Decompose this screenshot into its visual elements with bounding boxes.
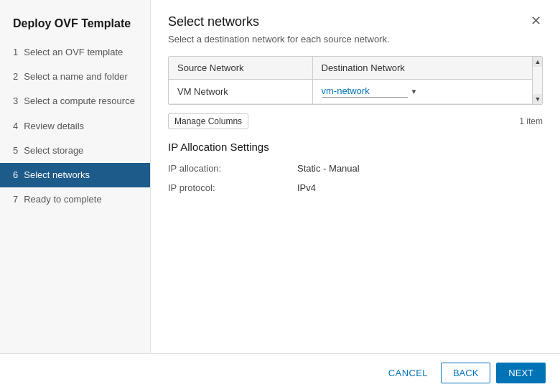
- scroll-up-icon[interactable]: ▲: [533, 57, 543, 67]
- step-num-6: 6: [13, 169, 18, 182]
- table-row: VM Network vm-network ▼: [169, 80, 542, 104]
- step-label-7: Ready to complete: [24, 193, 101, 206]
- ip-allocation-label: IP allocation:: [168, 163, 297, 174]
- close-button[interactable]: ✕: [529, 14, 543, 27]
- items-count: 1 item: [519, 116, 543, 126]
- step-num-7: 7: [13, 193, 18, 206]
- step-num-4: 4: [13, 120, 18, 133]
- sidebar-item-7[interactable]: 7 Ready to complete: [0, 187, 150, 212]
- scroll-down-icon[interactable]: ▼: [533, 94, 543, 104]
- table-footer: Manage Columns 1 item: [168, 111, 543, 135]
- col-destination-header: Destination Network: [312, 57, 542, 80]
- step-num-3: 3: [13, 95, 18, 108]
- step-num-5: 5: [13, 144, 18, 157]
- destination-value: vm-network: [322, 85, 408, 98]
- col-source-header: Source Network: [169, 57, 312, 80]
- ip-section-title: IP Allocation Settings: [168, 141, 543, 153]
- sidebar-item-2[interactable]: 2 Select a name and folder: [0, 65, 150, 89]
- deploy-ovf-dialog: Deploy OVF Template 1 Select an OVF temp…: [0, 0, 560, 392]
- main-content: Select networks ✕ Select a destination n…: [151, 0, 560, 353]
- page-title: Select networks: [168, 14, 259, 29]
- network-table-container: Source Network Destination Network VM Ne…: [168, 56, 543, 105]
- step-num-1: 1: [13, 46, 18, 59]
- source-network-cell: VM Network: [169, 80, 312, 104]
- network-table-wrapper: Source Network Destination Network VM Ne…: [168, 56, 543, 111]
- sidebar: Deploy OVF Template 1 Select an OVF temp…: [0, 0, 151, 353]
- step-label-4: Review details: [24, 120, 84, 133]
- ip-allocation-row: IP allocation: Static - Manual: [168, 163, 543, 174]
- step-label-1: Select an OVF template: [24, 46, 123, 59]
- cancel-button[interactable]: CANCEL: [381, 363, 435, 383]
- step-label-3: Select a compute resource: [24, 95, 135, 108]
- ip-allocation-value: Static - Manual: [297, 163, 360, 174]
- ip-protocol-row: IP protocol: IPv4: [168, 182, 543, 193]
- sidebar-item-3[interactable]: 3 Select a compute resource: [0, 89, 150, 113]
- step-label-2: Select a name and folder: [24, 70, 128, 83]
- main-subtitle: Select a destination network for each so…: [168, 34, 543, 45]
- sidebar-item-1[interactable]: 1 Select an OVF template: [0, 40, 150, 65]
- destination-dropdown[interactable]: vm-network ▼: [322, 85, 528, 98]
- network-table: Source Network Destination Network VM Ne…: [169, 57, 542, 104]
- manage-columns-button[interactable]: Manage Columns: [168, 113, 248, 129]
- dropdown-arrow-icon: ▼: [411, 88, 418, 95]
- main-header: Select networks ✕: [168, 14, 543, 29]
- sidebar-item-6[interactable]: 6 Select networks: [0, 163, 150, 187]
- step-num-2: 2: [13, 70, 18, 83]
- step-label-6: Select networks: [24, 169, 90, 182]
- scrollbar: ▲ ▼: [532, 57, 542, 104]
- destination-network-cell: vm-network ▼: [312, 80, 542, 104]
- back-button[interactable]: BACK: [441, 363, 490, 383]
- sidebar-title: Deploy OVF Template: [0, 6, 150, 40]
- scroll-thumb: [533, 67, 542, 94]
- ip-protocol-value: IPv4: [297, 182, 316, 193]
- next-button[interactable]: NEXT: [496, 363, 546, 383]
- sidebar-item-5[interactable]: 5 Select storage: [0, 139, 150, 163]
- dialog-body: Deploy OVF Template 1 Select an OVF temp…: [0, 0, 560, 353]
- step-label-5: Select storage: [24, 144, 83, 157]
- sidebar-item-4[interactable]: 4 Review details: [0, 114, 150, 139]
- dialog-footer: CANCEL BACK NEXT: [0, 353, 560, 392]
- ip-protocol-label: IP protocol:: [168, 182, 297, 193]
